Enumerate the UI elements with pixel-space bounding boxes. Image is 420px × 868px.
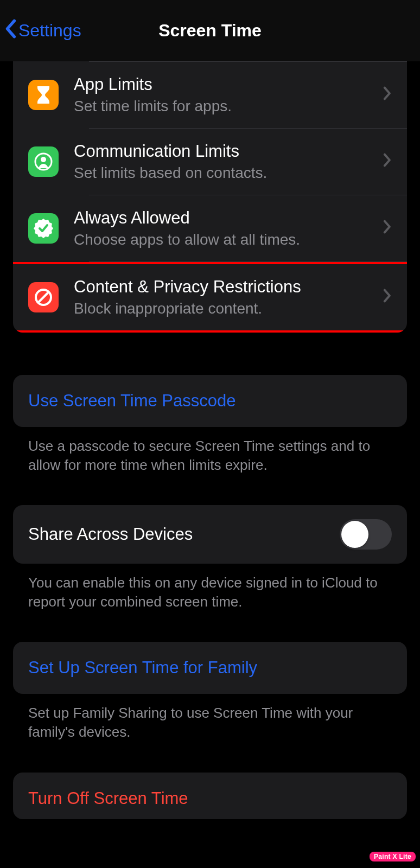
family-setup-label: Set Up Screen Time for Family [28,658,392,678]
turn-off-button[interactable]: Turn Off Screen Time [13,773,407,819]
highlight-annotation: Content & Privacy Restrictions Block ina… [13,262,407,333]
chevron-right-icon [383,152,392,171]
communication-limits-row[interactable]: Communication Limits Set limits based on… [13,129,407,195]
passcode-footer: Use a passcode to secure Screen Time set… [0,427,420,475]
family-setup-button[interactable]: Set Up Screen Time for Family [13,642,407,694]
item-subtitle: Block inappropriate content. [74,300,378,317]
back-button[interactable]: Settings [4,18,81,43]
svg-line-3 [38,292,49,303]
chevron-right-icon [383,288,392,307]
chevron-right-icon [383,86,392,104]
passcode-button[interactable]: Use Screen Time Passcode [13,375,407,427]
back-label: Settings [18,21,81,41]
share-devices-footer: You can enable this on any device signed… [0,564,420,611]
svg-point-1 [41,157,46,162]
item-title: Always Allowed [74,208,378,228]
item-text: Communication Limits Set limits based on… [74,142,378,182]
item-text: Content & Privacy Restrictions Block ina… [74,277,378,317]
hourglass-icon [28,80,59,110]
navigation-header: Settings Screen Time [0,0,420,61]
app-limits-row[interactable]: App Limits Set time limits for apps. [13,62,407,128]
item-subtitle: Set time limits for apps. [74,98,378,115]
share-devices-row: Share Across Devices [13,505,407,564]
watermark-badge: Paint X Lite [370,852,416,861]
person-circle-icon [28,146,59,177]
passcode-label: Use Screen Time Passcode [28,391,392,411]
item-subtitle: Set limits based on contacts. [74,164,378,182]
item-subtitle: Choose apps to allow at all times. [74,231,378,248]
turn-off-label: Turn Off Screen Time [28,789,392,808]
item-title: Communication Limits [74,142,378,161]
item-text: Always Allowed Choose apps to allow at a… [74,208,378,248]
item-title: Content & Privacy Restrictions [74,277,378,297]
checkmark-seal-icon [28,213,59,244]
share-devices-label: Share Across Devices [28,525,193,544]
chevron-left-icon [4,18,16,43]
content-privacy-row[interactable]: Content & Privacy Restrictions Block ina… [13,264,407,330]
chevron-right-icon [383,219,392,238]
no-symbol-icon [28,282,59,312]
page-title: Screen Time [158,21,262,41]
item-title: App Limits [74,75,378,94]
share-devices-toggle[interactable] [340,519,392,550]
item-text: App Limits Set time limits for apps. [74,75,378,115]
toggle-knob [341,521,368,548]
settings-list: App Limits Set time limits for apps. Com… [13,61,407,333]
family-setup-footer: Set up Family Sharing to use Screen Time… [0,694,420,742]
always-allowed-row[interactable]: Always Allowed Choose apps to allow at a… [13,195,407,261]
